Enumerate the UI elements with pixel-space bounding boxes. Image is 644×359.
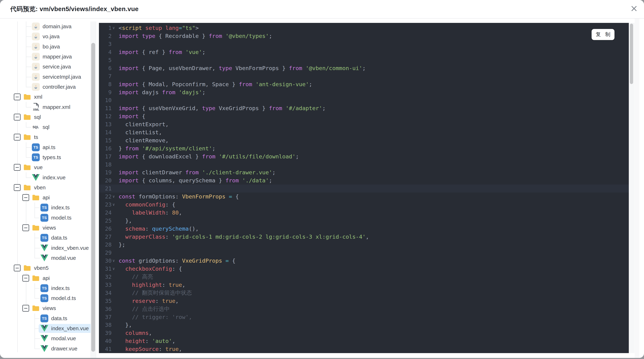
tree-item-model.d.ts[interactable]: TSmodel.d.ts [0, 293, 98, 303]
typescript-file-icon: TS [40, 234, 48, 242]
tree-item-index.vue[interactable]: index.vue [0, 172, 98, 182]
tree-item-label: api.ts [42, 144, 56, 150]
tree-item-vben[interactable]: vben [0, 183, 98, 193]
fold-chevron-icon[interactable]: ∨ [112, 267, 118, 271]
tree-item-vben5[interactable]: vben5 [0, 263, 98, 273]
tree-guide-line [26, 203, 26, 213]
line-number: 30 [99, 258, 112, 264]
tree-item-api[interactable]: api [0, 193, 98, 203]
code-line-8: 8import { Modal, Popconfirm, Space } fro… [99, 80, 629, 88]
code-text: keepSource: true, [118, 346, 182, 352]
outer-scrollbar-track[interactable] [635, 18, 639, 358]
tree-item-views[interactable]: views [0, 223, 98, 233]
collapse-minus-icon[interactable] [14, 184, 20, 191]
tree-guide-line [26, 178, 31, 178]
sidebar-scrollbar-thumb[interactable] [91, 43, 95, 352]
tree-item-modal.vue[interactable]: modal.vue [0, 253, 98, 263]
collapse-minus-icon[interactable] [14, 164, 20, 171]
fold-chevron-icon[interactable]: ∨ [112, 259, 118, 263]
tree-item-sql[interactable]: SQLsql [0, 122, 98, 132]
close-icon[interactable]: × [630, 3, 638, 13]
line-number: 38 [99, 322, 112, 328]
fold-chevron-icon[interactable]: ∨ [112, 194, 118, 199]
code-line-32: 32 // 高亮 [99, 273, 629, 281]
tree-guide-line [26, 26, 31, 27]
code-line-17: 17import { downloadExcel } from '#/utils… [99, 152, 629, 160]
collapse-minus-icon[interactable] [22, 224, 29, 231]
tree-item-serviceImpl.java[interactable]: serviceImpl.java [0, 72, 98, 82]
code-line-18: 18 [99, 160, 629, 168]
tree-item-ts[interactable]: ts [0, 132, 98, 142]
collapse-minus-icon[interactable] [14, 134, 20, 140]
tree-item-types.ts[interactable]: TStypes.ts [0, 152, 98, 162]
code-text: const gridOptions: VxeGridProps = { [118, 258, 236, 264]
folder-icon [32, 224, 40, 232]
collapse-minus-icon[interactable] [22, 194, 29, 201]
line-number: 31 [99, 266, 112, 272]
tree-item-service.java[interactable]: service.java [0, 62, 98, 72]
tree-item-data.ts[interactable]: TSdata.ts [0, 233, 98, 243]
tree-item-index.ts[interactable]: TSindex.ts [0, 283, 98, 293]
tree-guide-line [26, 102, 26, 107]
code-scrollbar-thumb[interactable] [630, 23, 633, 84]
tree-item-label: data.ts [51, 235, 67, 241]
code-line-1: 1∨<script setup lang="ts"> [99, 24, 629, 32]
tree-item-label: vben5 [34, 265, 49, 271]
tree-item-index_vben.vue[interactable]: index_vben.vue [0, 324, 98, 334]
tree-item-mapper.java[interactable]: mapper.java [0, 52, 98, 62]
fold-chevron-icon[interactable]: ∨ [112, 26, 118, 30]
code-text: } from '#/api/system/client'; [118, 145, 216, 152]
folder-icon [32, 274, 40, 282]
tree-item-views[interactable]: views [0, 303, 98, 313]
tree-item-bo.java[interactable]: bo.java [0, 42, 98, 52]
collapse-minus-icon[interactable] [14, 93, 20, 100]
tree-guide-line [34, 258, 40, 258]
tree-item-api.ts[interactable]: TSapi.ts [0, 142, 98, 152]
tree-item-drawer.vue[interactable]: drawer.vue [0, 344, 98, 354]
folder-icon [23, 163, 31, 171]
tree-guide-line [26, 283, 26, 293]
tree-item-xml[interactable]: xml [0, 92, 98, 102]
typescript-file-icon: TS [40, 214, 48, 222]
tree-item-sql[interactable]: sql [0, 112, 98, 122]
code-text: import { ref } from 'vue'; [118, 49, 205, 55]
folder-icon [23, 184, 31, 191]
tree-item-modal.vue[interactable]: modal.vue [0, 334, 98, 344]
tree-item-api[interactable]: api [0, 273, 98, 283]
code-text: import dayjs from 'dayjs'; [118, 89, 205, 95]
tree-item-index.ts[interactable]: TSindex.ts [0, 203, 98, 213]
tree-item-index_vben.vue[interactable]: index_vben.vue [0, 243, 98, 253]
tree-item-vo.java[interactable]: vo.java [0, 31, 98, 41]
code-editor[interactable]: 1∨<script setup lang="ts">2import type {… [99, 23, 629, 353]
code-line-26: 26 schema: querySchema(), [99, 225, 629, 233]
vue-file-icon [40, 345, 48, 353]
tree-item-vue[interactable]: vue [0, 162, 98, 172]
code-text: }, [118, 217, 132, 224]
collapse-minus-icon[interactable] [14, 114, 20, 120]
tree-item-label: index.ts [51, 205, 70, 211]
vue-file-icon [40, 325, 48, 332]
code-text: // 高亮 [118, 273, 153, 281]
tree-item-mapper.xml[interactable]: XMLmapper.xml [0, 102, 98, 112]
typescript-file-icon: TS [40, 294, 48, 302]
java-file-icon [32, 63, 40, 71]
tree-item-label: modal.vue [51, 336, 76, 342]
tree-guide-line [34, 218, 40, 218]
code-line-3: 3 [99, 40, 629, 48]
line-number: 12 [99, 113, 112, 119]
tree-item-data.ts[interactable]: TSdata.ts [0, 314, 98, 324]
copy-button[interactable]: 复 制 [592, 29, 614, 40]
tree-item-domain.java[interactable]: domain.java [0, 21, 98, 31]
collapse-minus-icon[interactable] [14, 265, 20, 271]
tree-item-label: serviceImpl.java [42, 74, 81, 80]
sql-file-icon: SQL [32, 123, 40, 131]
tree-item-controller.java[interactable]: controller.java [0, 82, 98, 92]
line-number: 22 [99, 193, 112, 200]
code-text: // 翻页时保留选中状态 [118, 289, 192, 297]
line-number: 11 [99, 105, 112, 111]
collapse-minus-icon[interactable] [22, 305, 29, 312]
fold-chevron-icon[interactable]: ∨ [112, 202, 118, 207]
tree-item-label: views [42, 305, 56, 311]
collapse-minus-icon[interactable] [22, 275, 29, 282]
tree-item-model.ts[interactable]: TSmodel.ts [0, 213, 98, 223]
